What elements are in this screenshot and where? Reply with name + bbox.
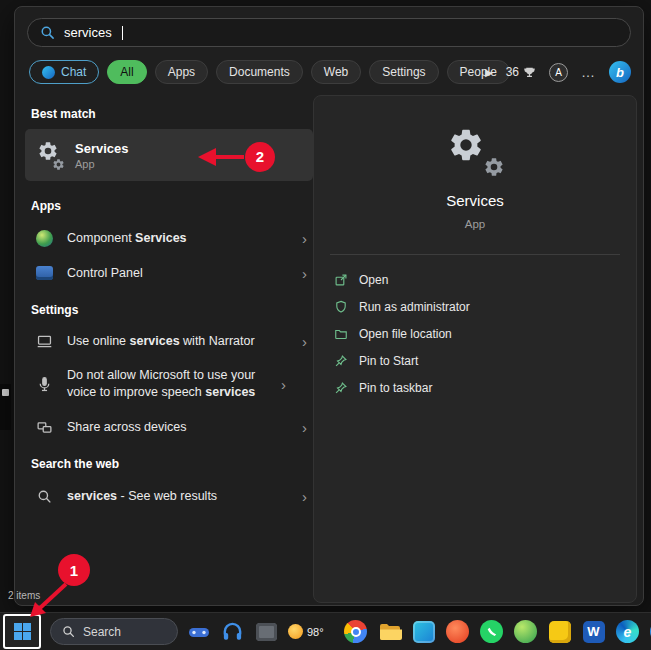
web-section-heading: Search the web <box>31 457 301 471</box>
best-match-heading: Best match <box>31 107 301 121</box>
file-explorer-icon[interactable] <box>377 619 402 644</box>
rewards-points: 36 <box>506 65 519 79</box>
search-query-text: services <box>64 25 112 40</box>
narrator-icon <box>33 333 55 350</box>
tab-documents-label: Documents <box>229 65 290 79</box>
result-label: Do not allow Microsoft to use your voice… <box>67 367 275 401</box>
result-web-search[interactable]: services - See web results › <box>25 481 313 511</box>
web-search-icon <box>33 489 55 504</box>
tab-web-label: Web <box>324 65 348 79</box>
avatar-letter: A <box>555 67 562 78</box>
tab-web[interactable]: Web <box>311 60 361 84</box>
trophy-icon <box>523 66 536 79</box>
result-component-services[interactable]: Component Services › <box>25 223 313 253</box>
result-share-devices[interactable]: Share across devices › <box>25 412 313 442</box>
pin-icon <box>334 354 348 368</box>
result-label: Share across devices <box>67 419 296 436</box>
result-control-panel[interactable]: Control Panel › <box>25 258 313 288</box>
search-header-actions: ▶ 36 A … b <box>485 60 631 84</box>
result-label: Component Services <box>67 230 296 247</box>
bing-letter: b <box>616 65 624 80</box>
green-app-icon[interactable] <box>513 619 538 644</box>
chevron-right-icon: › <box>302 488 307 505</box>
sun-icon <box>288 624 303 639</box>
result-speech-setting[interactable]: Do not allow Microsoft to use your voice… <box>25 361 313 407</box>
settings-section-heading: Settings <box>31 303 301 317</box>
edge-letter: e <box>624 624 632 640</box>
apps-section-heading: Apps <box>31 199 301 213</box>
game-bar-icon[interactable] <box>186 619 211 644</box>
rewards-badge[interactable]: 36 <box>506 65 536 79</box>
best-match-subtitle: App <box>75 158 129 170</box>
result-label: services - See web results <box>67 488 296 505</box>
teal-app-icon[interactable] <box>411 619 436 644</box>
orange-app-icon[interactable] <box>445 619 470 644</box>
background-window-icon <box>2 389 9 396</box>
tab-apps[interactable]: Apps <box>155 60 208 84</box>
action-label: Pin to taskbar <box>359 381 432 395</box>
share-devices-icon <box>33 419 55 436</box>
explorer-status-text: 2 items <box>8 590 40 601</box>
search-input[interactable]: services <box>27 18 631 47</box>
start-button[interactable] <box>3 614 41 649</box>
account-avatar[interactable]: A <box>549 63 568 82</box>
action-open[interactable]: Open <box>334 268 622 292</box>
best-match-result[interactable]: Services App <box>25 129 313 181</box>
taskbar-search[interactable]: Search <box>50 618 178 645</box>
tab-settings-label: Settings <box>382 65 425 79</box>
shield-icon <box>334 300 348 314</box>
more-filters-icon[interactable]: ▶ <box>485 67 493 78</box>
tab-all[interactable]: All <box>107 60 146 84</box>
chevron-right-icon: › <box>281 376 286 393</box>
chevron-right-icon: › <box>302 419 307 436</box>
action-pin-to-taskbar[interactable]: Pin to taskbar <box>334 376 622 400</box>
preview-panel: Services App Open Run as administrator O… <box>313 95 637 603</box>
filter-tabs: Chat All Apps Documents Web Settings Peo… <box>29 60 510 84</box>
action-run-as-admin[interactable]: Run as administrator <box>334 295 622 319</box>
more-options-icon[interactable]: … <box>581 64 596 80</box>
chevron-right-icon: › <box>302 333 307 350</box>
open-icon <box>334 273 348 287</box>
pc-app-icon[interactable] <box>254 619 279 644</box>
pin-icon <box>334 381 348 395</box>
taskbar-icons: 98° W e <box>186 619 651 644</box>
tab-apps-label: Apps <box>168 65 195 79</box>
component-services-icon <box>33 230 55 247</box>
chrome-icon[interactable] <box>343 619 368 644</box>
whatsapp-icon[interactable] <box>479 619 504 644</box>
word-letter: W <box>587 624 599 639</box>
yellow-app-icon[interactable] <box>547 619 572 644</box>
best-match-title: Services <box>75 141 129 156</box>
background-window-sliver <box>0 384 11 430</box>
word-icon[interactable]: W <box>581 619 606 644</box>
tab-settings[interactable]: Settings <box>369 60 438 84</box>
control-panel-icon <box>33 266 55 280</box>
weather-temp: 98° <box>307 626 324 638</box>
result-label: Use online services with Narrator <box>67 333 296 350</box>
action-pin-to-start[interactable]: Pin to Start <box>334 349 622 373</box>
search-icon <box>62 625 75 638</box>
tab-documents[interactable]: Documents <box>216 60 303 84</box>
result-narrator-setting[interactable]: Use online services with Narrator › <box>25 326 313 356</box>
weather-widget[interactable]: 98° <box>288 624 334 639</box>
chevron-right-icon: › <box>302 230 307 247</box>
headset-icon[interactable] <box>220 619 245 644</box>
action-label: Open <box>359 273 388 287</box>
chevron-right-icon: › <box>302 265 307 282</box>
windows-logo-icon <box>14 623 31 640</box>
best-match-text: Services App <box>75 141 129 170</box>
taskbar: Search 98° W <box>0 612 651 650</box>
text-caret <box>122 26 123 40</box>
tab-all-label: All <box>120 65 133 79</box>
taskbar-search-label: Search <box>83 625 121 639</box>
edge-icon[interactable]: e <box>615 619 640 644</box>
search-icon <box>40 25 55 40</box>
action-open-file-location[interactable]: Open file location <box>334 322 622 346</box>
tab-chat[interactable]: Chat <box>29 60 99 84</box>
services-gears-icon-large <box>443 126 507 178</box>
bing-icon[interactable]: b <box>609 61 631 83</box>
folder-icon <box>334 327 348 341</box>
action-label: Open file location <box>359 327 452 341</box>
tab-chat-label: Chat <box>61 65 86 79</box>
preview-title: Services <box>314 192 636 209</box>
